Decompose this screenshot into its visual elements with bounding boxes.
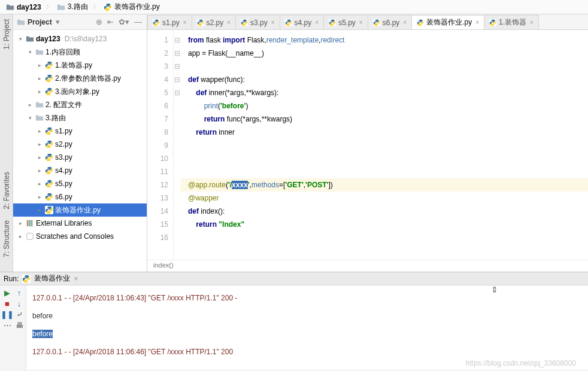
editor-tab[interactable]: s2.py×	[192, 15, 237, 29]
run-panel: Run: 装饰器作业 × ▶↑ ■↓ ❚❚⤶ ⋯🖶 127.0.0.1 - - …	[0, 272, 588, 370]
print-icon[interactable]: 🖶	[14, 320, 24, 330]
code-text[interactable]: from flask import Flask,render_template,…	[181, 30, 588, 260]
tree-item[interactable]: ▸装饰器作业.py	[13, 203, 147, 217]
folder-icon	[6, 3, 14, 11]
collapse-icon[interactable]: ⇤	[106, 17, 115, 26]
tree-item[interactable]: ▸External Libraries	[13, 217, 147, 230]
crumb-0[interactable]: day123	[4, 3, 44, 11]
tree-item[interactable]: ▸3.面向对象.py	[13, 85, 147, 98]
crumb-1[interactable]: 3.路由	[54, 2, 90, 12]
tree-item[interactable]: ▸1.装饰器.py	[13, 59, 147, 72]
up-icon[interactable]: ↑	[14, 288, 24, 297]
rail-structure[interactable]: 7: Structure	[2, 220, 11, 257]
editor-tabs: s1.py×s2.py×s3.py×s4.py×s5.py×s6.py×装饰器作…	[147, 14, 588, 30]
crumb-2[interactable]: 装饰器作业.py	[101, 2, 162, 12]
tree-item[interactable]: ▸Scratches and Consoles	[13, 230, 147, 243]
pause-icon[interactable]: ❚❚	[2, 309, 12, 319]
dropdown-icon[interactable]: ▾	[54, 17, 61, 26]
rail-project[interactable]: 1: Project	[2, 19, 11, 50]
rail-favorites[interactable]: 2: Favorites	[2, 172, 11, 209]
project-icon	[17, 18, 25, 26]
tree-item[interactable]: ▸s2.py	[13, 138, 147, 151]
sidebar-title: Project	[28, 18, 52, 26]
sidebar-header: Project ▾ ⊕ ⇤ ✿▾ —	[13, 14, 147, 30]
console-output[interactable]: 127.0.0.1 - - [24/Apr/2018 11:06:43] "GE…	[26, 285, 588, 370]
close-icon[interactable]: ×	[315, 19, 319, 26]
python-icon	[22, 275, 31, 283]
tree-item[interactable]: ▸2.带参数的装饰器.py	[13, 72, 147, 85]
close-icon[interactable]: ×	[227, 19, 231, 26]
project-tree[interactable]: ▾day123D:\s8\day123▾1.内容回顾▸1.装饰器.py▸2.带参…	[13, 30, 147, 272]
editor-tab[interactable]: s6.py×	[368, 15, 413, 29]
run-header: Run: 装饰器作业 ×	[0, 272, 588, 285]
code-breadcrumb[interactable]: index()	[147, 260, 588, 272]
editor-tab[interactable]: s5.py×	[323, 15, 368, 29]
tree-item[interactable]: ▸s4.py	[13, 164, 147, 177]
resize-cursor-icon: ⇕	[491, 285, 498, 294]
gear-icon[interactable]: ✿▾	[117, 17, 131, 26]
close-icon[interactable]: ×	[475, 19, 479, 26]
editor-tab[interactable]: s4.py×	[280, 15, 325, 29]
editor-tab[interactable]: 1.装饰器×	[484, 15, 539, 29]
line-gutter: 12345678910111213141516	[147, 30, 174, 260]
fold-column[interactable]: ⊟ ⊟⊟ ⊟ ⊟	[174, 30, 181, 260]
tree-item[interactable]: ▾1.内容回顾	[13, 45, 147, 59]
wrap-icon[interactable]: ⤶	[14, 309, 24, 319]
run-label: Run:	[4, 275, 19, 283]
tree-item[interactable]: ▸s6.py	[13, 190, 147, 203]
code-editor[interactable]: 12345678910111213141516 ⊟ ⊟⊟ ⊟ ⊟ from fl…	[147, 30, 588, 260]
tree-item[interactable]: ▸2. 配置文件	[13, 98, 147, 111]
tree-root[interactable]: ▾day123D:\s8\day123	[13, 32, 147, 45]
tree-item[interactable]: ▸s1.py	[13, 124, 147, 138]
left-tool-rail: 1: Project 2: Favorites 7: Structure	[0, 14, 13, 272]
chevron-icon: 〉	[46, 3, 52, 11]
stop-icon[interactable]: ■	[2, 299, 12, 308]
run-toolbar: ▶↑ ■↓ ❚❚⤶ ⋯🖶	[0, 285, 26, 370]
tree-item[interactable]: ▾3.路由	[13, 111, 147, 124]
hide-icon[interactable]: —	[133, 17, 143, 26]
close-icon[interactable]: ×	[271, 19, 275, 26]
editor-pane: s1.py×s2.py×s3.py×s4.py×s5.py×s6.py×装饰器作…	[147, 14, 588, 272]
close-icon[interactable]: ×	[530, 19, 534, 26]
python-icon	[104, 3, 112, 11]
tree-item[interactable]: ▸s3.py	[13, 151, 147, 164]
tree-item[interactable]: ▸s5.py	[13, 177, 147, 190]
editor-tab[interactable]: s1.py×	[147, 15, 192, 29]
run-tab-label[interactable]: 装饰器作业	[34, 273, 70, 284]
close-icon[interactable]: ×	[359, 19, 363, 26]
editor-tab[interactable]: 装饰器作业.py×	[411, 15, 484, 29]
editor-tab[interactable]: s3.py×	[235, 15, 280, 29]
project-sidebar: Project ▾ ⊕ ⇤ ✿▾ — ▾day123D:\s8\day123▾1…	[13, 14, 147, 272]
target-icon[interactable]: ⊕	[95, 17, 104, 26]
close-icon[interactable]: ×	[183, 19, 187, 26]
watermark: https://blog.csdn.net/qq_33608000	[466, 359, 576, 367]
more-icon[interactable]: ⋯	[2, 320, 12, 330]
close-icon[interactable]: ×	[74, 275, 78, 283]
chevron-icon: 〉	[93, 3, 99, 11]
down-icon[interactable]: ↓	[14, 299, 24, 308]
close-icon[interactable]: ×	[403, 19, 407, 26]
folder-icon	[57, 3, 65, 11]
rerun-icon[interactable]: ▶	[2, 288, 12, 297]
breadcrumb: day123 〉 3.路由 〉 装饰器作业.py	[0, 0, 588, 14]
